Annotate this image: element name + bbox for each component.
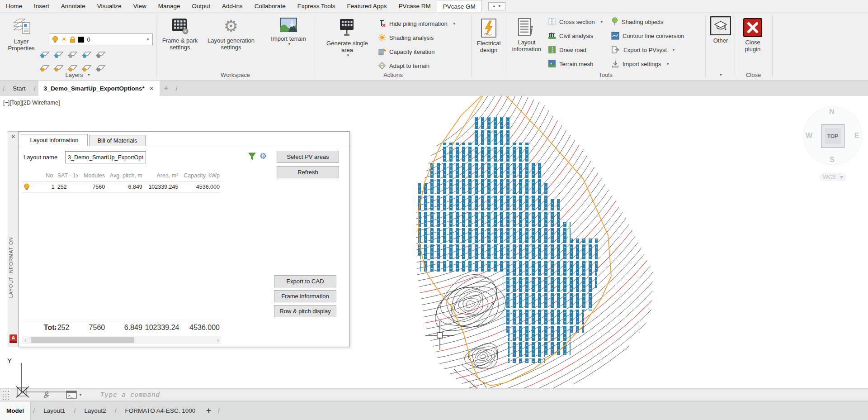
layout-generation-settings-button[interactable]: ⚙ Layout generation settings (204, 17, 258, 51)
import-terrain-button[interactable]: Import terrain ▼ (266, 17, 311, 46)
capacity-iteration-button[interactable]: Capacity iteration (378, 46, 434, 57)
viewcube-top-face[interactable]: TOP (821, 124, 844, 148)
viewcube-east[interactable]: E (854, 132, 859, 140)
layers-panel-label[interactable]: Layers▼ (0, 70, 156, 79)
shading-analysis-icon (378, 33, 386, 42)
menu-item-express-tools[interactable]: Express Tools (292, 0, 341, 12)
layer-tool-icon[interactable] (81, 49, 93, 59)
tab-separator: / (173, 85, 180, 92)
select-pv-areas-button[interactable]: Select PV areas (277, 151, 339, 163)
menu-item-home[interactable]: Home (0, 0, 28, 12)
svg-text:>_: >_ (68, 393, 73, 398)
layout-tab-model[interactable]: Model (0, 401, 31, 420)
frame-park-settings-button[interactable]: Frame & park settings (159, 17, 201, 51)
viewport-controls-label[interactable]: [−][Top][2D Wireframe] (3, 100, 60, 106)
close-plugin-button[interactable]: Close plugin (739, 18, 767, 52)
layout-tab-layout1[interactable]: Layout1 (37, 401, 71, 420)
terrain-mesh-button[interactable]: Terrain mesh (548, 58, 593, 69)
menu-item-annotate[interactable]: Annotate (55, 0, 91, 12)
new-layout-button[interactable]: + (202, 406, 216, 415)
command-prompt-icon[interactable]: >_ (66, 391, 77, 399)
scroll-left-icon[interactable]: ‹ (22, 337, 28, 344)
drag-handle-icon[interactable] (1, 389, 10, 401)
layout-tab-layout2[interactable]: Layout2 (78, 401, 112, 420)
hide-piling-button[interactable]: Hide piling information▼ (378, 18, 456, 29)
menu-item-manage[interactable]: Manage (152, 0, 186, 12)
tab-drawing-file[interactable]: 3_Demo_SmartUp_ExportOptions*✕ (38, 81, 160, 96)
scrollbar-thumb[interactable] (31, 337, 134, 343)
layout-generation-label: Layout generation settings (204, 37, 258, 51)
row-pitch-display-button[interactable]: Row & pitch display (274, 305, 336, 317)
import-settings-button[interactable]: Import settings▼ (611, 58, 670, 69)
menu-item-add-ins[interactable]: Add-ins (216, 0, 249, 12)
tab-separator: / (112, 407, 118, 415)
ribbon-item-label: Import settings (623, 61, 661, 67)
new-tab-button[interactable]: + (160, 84, 173, 93)
other-panel-dropdown[interactable]: ▼ (705, 70, 735, 79)
chevron-down-icon[interactable]: ▼ (79, 393, 82, 397)
tab-layout-information[interactable]: Layout information (21, 134, 88, 146)
layer-properties-button[interactable]: Layer Properties (5, 16, 38, 52)
viewcube[interactable]: N W E S TOP WCS▽ (800, 100, 868, 190)
layer-tool-icon[interactable] (39, 49, 51, 59)
layer-tool-icon[interactable] (53, 49, 65, 59)
tab-start[interactable]: Start (7, 81, 31, 96)
close-tab-icon[interactable]: ✕ (149, 85, 154, 92)
shading-objects-button[interactable]: Shading objects (611, 16, 664, 27)
palette-close-icon[interactable]: ✕ (8, 134, 19, 140)
filter-icon[interactable] (248, 153, 256, 161)
cross-section-button[interactable]: Cross section▼ (548, 16, 604, 27)
horizontal-scrollbar[interactable]: ‹ › (22, 336, 221, 344)
menu-item-visualize[interactable]: Visualize (91, 0, 127, 12)
tab-separator: / (0, 85, 7, 92)
shading-analysis-button[interactable]: Shading analysis (378, 32, 434, 43)
viewcube-south[interactable]: S (830, 156, 835, 164)
menu-item-insert[interactable]: Insert (28, 0, 55, 12)
viewcube-north[interactable]: N (829, 108, 835, 116)
electrical-design-button[interactable]: Electrical design (474, 18, 504, 53)
table-row[interactable]: 125275606.849102339.2454536.000 (22, 181, 221, 193)
ribbon-collapse-toggle[interactable]: ▲▼ (488, 2, 505, 10)
command-bar[interactable]: >_ ▼ Type a command (0, 388, 868, 401)
table-cell: 4536.000 (179, 184, 221, 190)
tab-bill-of-materials[interactable]: Bill of Materials (89, 135, 146, 146)
layer-tool-icon[interactable] (67, 49, 79, 59)
other-button[interactable]: Other (708, 16, 733, 44)
layer-select[interactable]: ☀ 0 ▼ (49, 33, 153, 45)
ribbon-item-label: Shading analysis (389, 34, 434, 41)
menu-item-view[interactable]: View (127, 0, 152, 12)
menu-item-collaborate[interactable]: Collaborate (249, 0, 292, 12)
total-cell: Total (42, 324, 56, 332)
menu-item-pvcase-gm[interactable]: PVcase GM (437, 0, 482, 12)
draw-road-button[interactable]: Draw road (548, 44, 586, 55)
table-header-cell: No. (42, 172, 56, 179)
ribbon-item-label: Hide piling information (389, 20, 448, 27)
layer-properties-icon (12, 16, 31, 36)
frame-information-button[interactable]: Frame information (274, 290, 336, 302)
palette-title-bar[interactable]: ✕ LAYOUT INFORMATION A (8, 131, 18, 347)
refresh-button[interactable]: Refresh (277, 166, 339, 178)
layout-tab-formato-a4-esc-1000[interactable]: FORMATO A4-ESC. 1000 (119, 401, 202, 420)
panel-icon: ▲ (492, 4, 496, 8)
contour-conversion-button[interactable]: Contour line conversion (611, 30, 684, 41)
menu-item-pvcase-rm[interactable]: PVcase RM (392, 0, 436, 12)
drawing-canvas[interactable]: [−][Top][2D Wireframe] N W E S TOP WCS▽ … (0, 96, 868, 388)
table-cell: 252 (56, 184, 79, 190)
generate-single-area-button[interactable]: Generate single area ▼ (325, 18, 370, 57)
menu-item-output[interactable]: Output (186, 0, 216, 12)
menu-item-featured-apps[interactable]: Featured Apps (341, 0, 393, 12)
layout-information-button[interactable]: i Layout information (509, 17, 544, 52)
export-pvsyst-button[interactable]: Export to PVsyst▼ (611, 44, 675, 55)
wcs-dropdown[interactable]: WCS▽ (819, 173, 846, 181)
layout-name-input[interactable] (65, 151, 146, 163)
settings-gear-icon[interactable]: ⚙ (259, 151, 267, 161)
adapt-to-terrain-button[interactable]: Adapt to terrain (378, 60, 429, 71)
scroll-right-icon[interactable]: › (215, 337, 221, 344)
wrench-icon[interactable] (42, 390, 51, 399)
civil-analysis-button[interactable]: Civil analysis (548, 30, 593, 41)
export-to-cad-button[interactable]: Export to CAD (274, 275, 336, 287)
scrollbar-track[interactable] (28, 337, 215, 343)
viewcube-west[interactable]: W (806, 132, 812, 140)
layer-tool-icon[interactable] (95, 49, 107, 59)
command-input[interactable]: Type a command (100, 391, 160, 398)
